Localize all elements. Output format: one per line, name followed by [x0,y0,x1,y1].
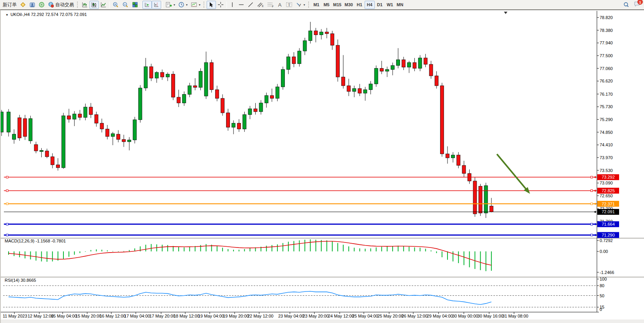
candle-chart-mode-button[interactable] [89,1,99,9]
time-tick-label: 15 May 20:00 [75,314,102,318]
price-tick-label: 73.090 [600,181,613,185]
macd-histogram-bar [337,243,338,252]
dropdown-caret: ▾ [199,3,200,7]
candlestick [330,31,334,50]
candlestick [149,64,153,81]
add-indicator-button[interactable]: ▾ [164,1,177,9]
line-handle[interactable] [591,190,593,191]
chart-canvas[interactable]: 78.82078.38077.94077.50077.06076.62076.1… [1,10,644,323]
template-button[interactable]: ▾ [189,1,202,9]
line-handle[interactable] [6,223,8,225]
period-clock-button[interactable]: ▾ [177,1,189,9]
notifications-button[interactable]: 1 [633,1,640,9]
dropdown-caret: ▾ [304,3,305,7]
arrow-shaft[interactable] [497,154,527,190]
timeframe-m1[interactable]: M1 [311,1,321,9]
vertical-line-tool[interactable] [228,1,237,9]
line-handle[interactable] [6,234,8,236]
price-tick-label: 74.410 [600,142,613,147]
bar-chart-mode-button[interactable] [80,1,89,9]
candlestick [259,100,263,114]
candlestick [73,111,76,126]
macd-histogram-bar [475,251,476,269]
candlestick [325,28,328,39]
timeframe-m30[interactable]: M30 [343,1,354,9]
chart-shift-button[interactable] [152,1,161,9]
time-axis: 11 May 202312 May 12:0015 May 04:0015 Ma… [3,312,528,318]
price-tick-label: 75.730 [600,104,613,109]
equidistant-channel-tool[interactable]: E [255,1,265,9]
macd-label: MACD(12,26,9) -1.1568 -0.7801 [5,239,66,243]
hline-objects [4,176,597,236]
zoom-in-button[interactable] [111,1,121,9]
macd-histogram-bar [447,251,448,260]
timeframe-d1[interactable]: D1 [375,1,385,9]
candlestick [155,71,158,83]
macd-histogram-bar [288,242,289,251]
auto-scroll-button[interactable] [142,1,152,9]
line-handle[interactable] [591,176,593,178]
line-handle[interactable] [6,176,8,178]
line-chart-mode-button[interactable] [99,1,108,9]
collapse-icon[interactable]: ▼ [5,13,9,17]
line-handle[interactable] [591,223,593,225]
timeframe-m15[interactable]: M15 [332,1,343,9]
candlestick [111,132,114,145]
candlestick [347,79,351,96]
candlestick [144,58,147,91]
candlestick [303,38,307,55]
fibonacci-tool[interactable]: F [265,1,275,9]
macd-histogram-bar [91,250,91,251]
price-tag-label: 71.664 [602,222,615,226]
candle-body [424,58,427,64]
cursor-button[interactable] [207,1,216,9]
text-tool[interactable]: A [275,1,284,9]
price-tag-pointer [594,234,596,236]
macd-histogram-bar [228,249,228,251]
candlestick [440,83,444,157]
line-handle[interactable] [591,234,593,236]
timeframe-h1[interactable]: H1 [354,1,365,9]
price-tag-label: 72.825 [602,188,615,193]
horizontal-line-tool[interactable] [237,1,246,9]
macd-histogram-bar [436,251,437,253]
new-order-button[interactable]: 新订单 [1,1,18,9]
timeframe-mn[interactable]: MN [395,1,405,9]
chart-title-text: UKOil-,H4 72.292 72.574 72.075 72.091 [11,12,87,17]
market-watch-icon[interactable] [18,1,28,9]
timeframe-h4[interactable]: H4 [365,1,375,9]
line-handle[interactable] [6,203,8,205]
crosshair-button[interactable] [216,1,225,9]
candle-body [391,65,395,69]
zoom-out-button[interactable] [121,1,130,9]
autotrade-button[interactable]: 自动交易 [46,1,75,9]
macd-histogram-bar [68,251,69,257]
candlestick [336,39,340,81]
macd-histogram-bar [316,240,316,251]
toolbar-right-group: 1 [621,1,643,9]
candlestick [298,48,301,67]
candlestick [287,54,290,74]
macd-histogram-bar [409,247,409,251]
candlestick [62,113,65,169]
candlestick [1,110,4,136]
rsi-tick-label: 80 [600,283,604,288]
macd-histogram-bar [222,248,223,251]
candle-body [182,94,186,103]
search-button[interactable] [621,1,631,9]
mt4-app: 新订单 自动交易 [0,0,644,323]
arrows-objects-tool[interactable]: ▾ [294,1,307,9]
price-tag-pointer [594,203,596,205]
macd-histogram-bar [184,248,184,251]
trend-arrow[interactable] [497,154,530,194]
text-label-tool[interactable]: T [284,1,294,9]
trendline-tool[interactable] [246,1,255,9]
navigator-icon[interactable] [28,1,37,9]
line-handle[interactable] [6,190,8,191]
tile-windows-button[interactable] [130,1,140,9]
timeframe-m5[interactable]: M5 [321,1,332,9]
candle-body [204,63,208,96]
timeframe-w1[interactable]: W1 [385,1,395,9]
signal-icon[interactable] [37,1,46,9]
line-handle[interactable] [591,203,593,205]
